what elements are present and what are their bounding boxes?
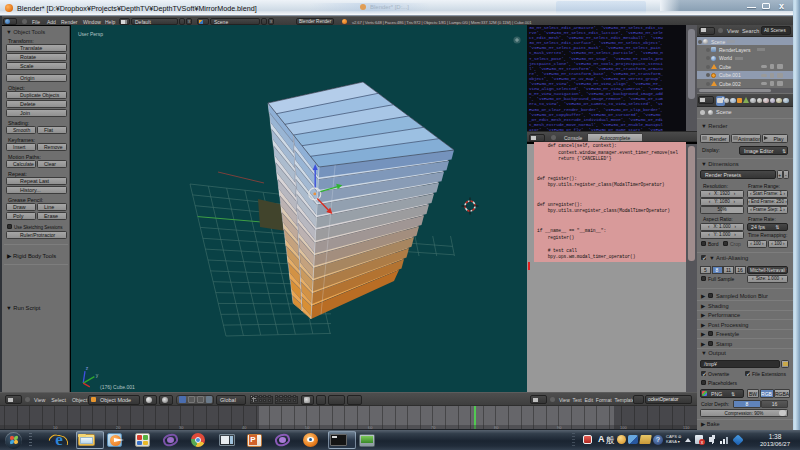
svg-text:y: y bbox=[96, 372, 99, 378]
svg-text:z: z bbox=[86, 365, 89, 371]
